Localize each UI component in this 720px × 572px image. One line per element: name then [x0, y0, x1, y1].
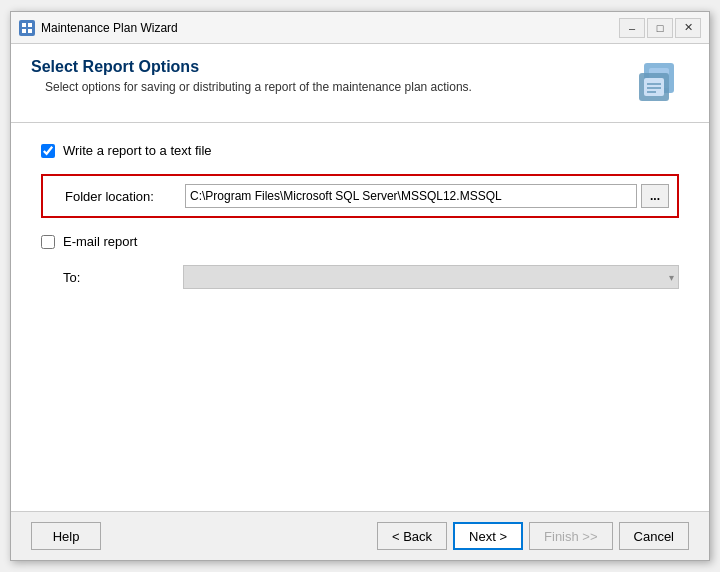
svg-rect-2 [22, 29, 26, 33]
content-spacer [41, 305, 679, 491]
next-button[interactable]: Next > [453, 522, 523, 550]
folder-path-input[interactable] [185, 184, 637, 208]
folder-location-row: Folder location: ... [41, 174, 679, 218]
finish-button[interactable]: Finish >> [529, 522, 612, 550]
help-button[interactable]: Help [31, 522, 101, 550]
page-title: Select Report Options [31, 58, 629, 76]
footer-left: Help [31, 522, 101, 550]
maximize-button[interactable]: □ [647, 18, 673, 38]
close-button[interactable]: ✕ [675, 18, 701, 38]
write-report-label[interactable]: Write a report to a text file [63, 143, 212, 158]
svg-rect-7 [644, 78, 664, 96]
content-area: Write a report to a text file Folder loc… [11, 123, 709, 511]
wizard-decorative-icon [634, 58, 684, 108]
footer-right: < Back Next > Finish >> Cancel [377, 522, 689, 550]
header-section: Select Report Options Select options for… [11, 44, 709, 123]
write-report-checkbox[interactable] [41, 144, 55, 158]
titlebar: Maintenance Plan Wizard – □ ✕ [11, 12, 709, 44]
window-title: Maintenance Plan Wizard [41, 21, 178, 35]
to-dropdown: ▾ [183, 265, 679, 289]
svg-rect-1 [28, 23, 32, 27]
chevron-down-icon: ▾ [669, 272, 674, 283]
page-subtitle: Select options for saving or distributin… [31, 80, 629, 94]
footer: Help < Back Next > Finish >> Cancel [11, 511, 709, 560]
folder-input-group: ... [185, 184, 669, 208]
window-controls: – □ ✕ [619, 18, 701, 38]
email-report-checkbox[interactable] [41, 235, 55, 249]
email-report-label[interactable]: E-mail report [63, 234, 137, 249]
email-report-row: E-mail report [41, 234, 679, 249]
svg-rect-0 [22, 23, 26, 27]
app-icon [19, 20, 35, 36]
browse-button[interactable]: ... [641, 184, 669, 208]
minimize-button[interactable]: – [619, 18, 645, 38]
header-text: Select Report Options Select options for… [31, 58, 629, 94]
folder-location-label: Folder location: [65, 189, 175, 204]
write-report-row: Write a report to a text file [41, 143, 679, 158]
main-window: Maintenance Plan Wizard – □ ✕ Select Rep… [10, 11, 710, 561]
header-icon-area [629, 58, 689, 108]
titlebar-left: Maintenance Plan Wizard [19, 20, 178, 36]
back-button[interactable]: < Back [377, 522, 447, 550]
svg-rect-3 [28, 29, 32, 33]
to-row: To: ▾ [41, 265, 679, 289]
cancel-button[interactable]: Cancel [619, 522, 689, 550]
to-label: To: [63, 270, 173, 285]
